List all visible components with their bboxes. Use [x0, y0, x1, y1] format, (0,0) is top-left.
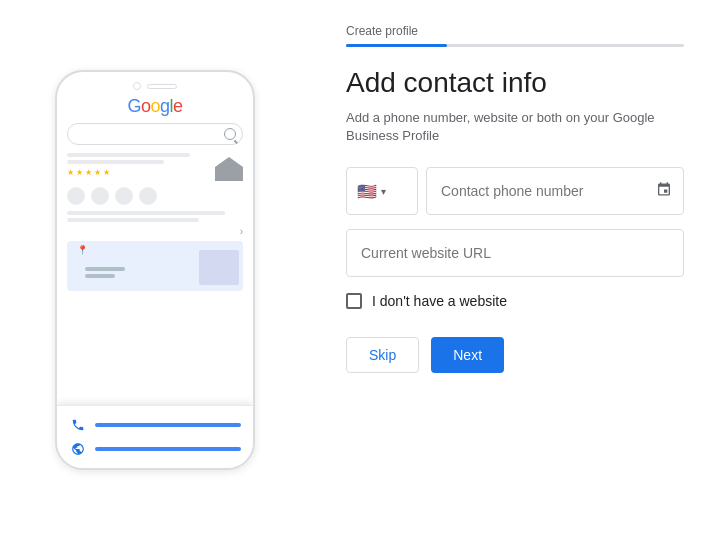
card-globe-line	[95, 447, 241, 451]
phone-search-icon	[224, 128, 236, 140]
map-thumbnail	[199, 250, 239, 285]
star-3: ★	[85, 168, 92, 177]
phone-input-wrapper	[426, 167, 684, 215]
country-selector[interactable]: 🇺🇸 ▾	[346, 167, 418, 215]
phone-input-row: 🇺🇸 ▾	[346, 167, 684, 215]
card-phone-row	[69, 416, 241, 434]
phone-screen-content: Google ★ ★ ★ ★	[57, 96, 253, 291]
form-panel: Create profile Add contact info Add a ph…	[310, 0, 720, 540]
action-icon-1	[67, 187, 85, 205]
phone-top-bar	[57, 72, 253, 96]
phone-bottom-card	[57, 405, 253, 468]
card-globe-row	[69, 440, 241, 458]
phone-mockup-panel: Google ★ ★ ★ ★	[0, 0, 310, 540]
progress-section: Create profile	[346, 24, 684, 47]
next-button[interactable]: Next	[431, 337, 504, 373]
no-website-checkbox[interactable]	[346, 293, 362, 309]
map-lines	[85, 267, 125, 281]
action-buttons: Skip Next	[346, 337, 684, 373]
url-input-wrapper	[346, 229, 684, 277]
star-4: ★	[94, 168, 101, 177]
store-body	[215, 167, 243, 181]
logo-letter-e: e	[173, 96, 183, 116]
phone-icon-row	[67, 187, 243, 205]
form-subtitle: Add a phone number, website or both on y…	[346, 109, 684, 145]
google-logo: Google	[67, 96, 243, 117]
phone-input-icon	[656, 182, 672, 201]
star-2: ★	[76, 168, 83, 177]
action-icon-4	[139, 187, 157, 205]
phone-camera	[133, 82, 141, 90]
logo-letter-o2: o	[150, 96, 160, 116]
phone-result-block: ★ ★ ★ ★ ★	[67, 153, 243, 181]
dropdown-arrow-icon: ▾	[381, 186, 386, 197]
star-5: ★	[103, 168, 110, 177]
progress-bar-fill	[346, 44, 447, 47]
no-website-checkbox-row: I don't have a website	[346, 293, 684, 309]
phone-more-lines	[67, 211, 243, 222]
store-roof	[215, 157, 243, 167]
country-flag: 🇺🇸	[357, 182, 377, 201]
progress-bar-container	[346, 44, 684, 47]
phone-stars-row: ★ ★ ★ ★ ★	[67, 168, 211, 177]
logo-letter-g: G	[127, 96, 141, 116]
action-icon-3	[115, 187, 133, 205]
phone-map-area: 📍	[67, 241, 243, 291]
action-icon-2	[91, 187, 109, 205]
no-website-label: I don't have a website	[372, 293, 507, 309]
phone-search-bar	[67, 123, 243, 145]
step-label: Create profile	[346, 24, 684, 38]
star-1: ★	[67, 168, 74, 177]
form-title: Add contact info	[346, 67, 684, 99]
website-url-input[interactable]	[346, 229, 684, 277]
card-globe-icon	[69, 440, 87, 458]
phone-speaker	[147, 84, 177, 89]
phone-number-input[interactable]	[426, 167, 684, 215]
phone-mockup: Google ★ ★ ★ ★	[55, 70, 255, 470]
chevron-right-icon: ›	[67, 226, 243, 237]
logo-letter-g2: g	[160, 96, 170, 116]
card-phone-line	[95, 423, 241, 427]
map-pin-icon: 📍	[77, 245, 88, 255]
skip-button[interactable]: Skip	[346, 337, 419, 373]
card-phone-icon	[69, 416, 87, 434]
